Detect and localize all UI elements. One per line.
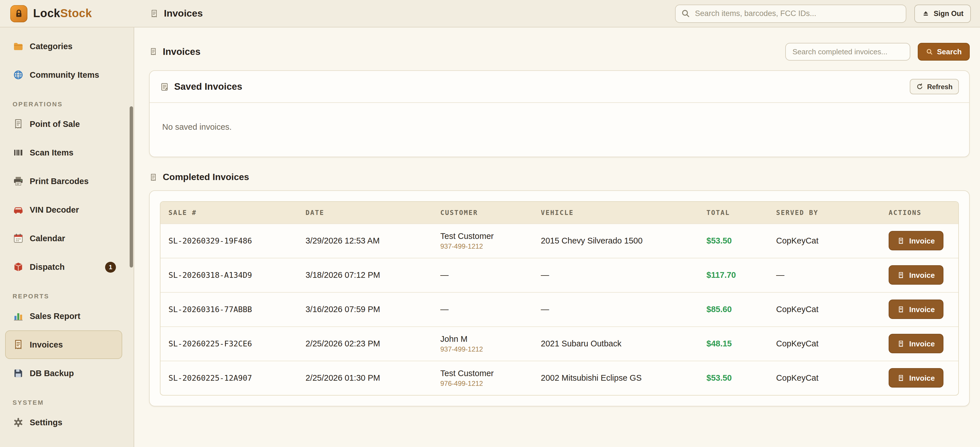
sidebar-item-db-backup[interactable]: DB Backup — [5, 359, 122, 388]
customer-name: John M — [440, 334, 530, 343]
completed-invoices-search-input[interactable] — [785, 43, 910, 60]
sidebar-item-label: Print Barcodes — [30, 177, 89, 186]
receipt-icon — [897, 340, 905, 347]
brand-name-stock: Stock — [60, 7, 92, 19]
sidebar-item-print-barcodes[interactable]: Print Barcodes — [5, 167, 122, 195]
global-search-input[interactable] — [675, 4, 906, 22]
invoice-button[interactable]: Invoice — [889, 231, 943, 251]
receipt-icon — [897, 374, 905, 382]
sidebar-item-label: Point of Sale — [30, 120, 80, 129]
lock-logo-icon — [10, 5, 27, 22]
receipt-icon — [897, 271, 905, 279]
actions-cell: Invoice — [881, 258, 958, 292]
refresh-button[interactable]: Refresh — [910, 79, 959, 94]
saved-invoices-empty-text: No saved invoices. — [150, 103, 969, 156]
sidebar-item-dispatch[interactable]: Dispatch 1 — [5, 253, 122, 281]
customer-phone: 976-499-1212 — [440, 380, 530, 388]
table-row: SL-20260318-A134D9 3/18/2026 07:12 PM — … — [161, 258, 958, 292]
vehicle: 2015 Chevy Silverado 1500 — [533, 224, 698, 258]
sidebar-item-label: Community Items — [30, 70, 99, 80]
customer-cell: Test Customer 937-499-1212 — [432, 224, 533, 258]
invoice-button[interactable]: Invoice — [889, 369, 943, 388]
sidebar-item-community-items[interactable]: Community Items — [5, 61, 122, 89]
page-title-text: Invoices — [163, 46, 200, 57]
sale-number: SL-20260316-77ABBB — [161, 292, 298, 326]
total: $85.60 — [698, 292, 768, 326]
sidebar-item-point-of-sale[interactable]: Point of Sale — [5, 110, 122, 138]
dispatch-badge: 1 — [105, 262, 116, 272]
column-header-date: DATE — [298, 202, 432, 224]
column-header-vehicle: VEHICLE — [533, 202, 698, 224]
brand-name-lock: Lock — [33, 7, 60, 19]
sign-out-button[interactable]: Sign Out — [914, 4, 971, 22]
sidebar-scrollbar[interactable] — [130, 106, 133, 268]
invoice-button[interactable]: Invoice — [889, 334, 943, 353]
sale-date: 2/25/2026 01:30 PM — [298, 361, 432, 395]
sidebar-section-system: SYSTEM — [13, 399, 134, 407]
column-header-sale: SALE # — [161, 202, 298, 224]
completed-invoices-table: SALE # DATE CUSTOMER VEHICLE TOTAL SERVE… — [160, 201, 959, 396]
sidebar-item-users[interactable]: Users — [5, 437, 122, 447]
actions-cell: Invoice — [881, 326, 958, 361]
sidebar-item-label: DB Backup — [30, 369, 74, 378]
served-by: CopKeyCat — [768, 292, 881, 326]
global-search — [675, 4, 906, 22]
customer-cell: Test Customer 976-499-1212 — [432, 361, 533, 395]
sidebar-item-scan-items[interactable]: Scan Items — [5, 138, 122, 167]
database-icon — [13, 367, 24, 379]
sale-date: 3/29/2026 12:53 AM — [298, 224, 432, 258]
page-header-actions: Search — [785, 43, 970, 60]
search-icon — [926, 48, 933, 55]
customer-cell: — — [432, 258, 533, 292]
page-title: Invoices — [149, 46, 200, 57]
column-header-actions: ACTIONS — [881, 202, 958, 224]
sign-out-label: Sign Out — [934, 10, 963, 18]
saved-invoices-title-text: Saved Invoices — [174, 81, 242, 92]
total: $53.50 — [698, 224, 768, 258]
sidebar: Categories Community Items OPERATIONS Po… — [0, 27, 134, 447]
served-by: — — [768, 258, 881, 292]
sidebar-item-label: Categories — [30, 42, 73, 51]
globe-icon — [13, 69, 24, 81]
sidebar-item-categories[interactable]: Categories — [5, 32, 122, 61]
app: LockStock Invoices Sign Out Categories C — [0, 0, 980, 447]
receipt-icon — [13, 118, 24, 130]
total: $117.70 — [698, 258, 768, 292]
sidebar-section-operations: OPERATIONS — [13, 101, 134, 109]
invoice-button-label: Invoice — [909, 236, 935, 245]
search-button-label: Search — [937, 47, 962, 56]
topbar-title-text: Invoices — [164, 8, 203, 19]
sale-date: 3/16/2026 07:59 PM — [298, 292, 432, 326]
sidebar-item-vin-decoder[interactable]: VIN Decoder — [5, 195, 122, 224]
invoice-button-label: Invoice — [909, 305, 935, 313]
invoice-button[interactable]: Invoice — [889, 265, 943, 285]
calendar-icon — [13, 233, 24, 244]
sidebar-item-invoices[interactable]: Invoices — [5, 330, 122, 359]
table-row: SL-20260316-77ABBB 3/16/2026 07:59 PM — … — [161, 292, 958, 326]
column-header-total: TOTAL — [698, 202, 768, 224]
served-by: CopKeyCat — [768, 361, 881, 395]
eject-icon — [922, 10, 930, 18]
memo-icon — [160, 82, 169, 91]
sidebar-item-label: Settings — [30, 418, 62, 427]
table-header-row: SALE # DATE CUSTOMER VEHICLE TOTAL SERVE… — [161, 202, 958, 224]
sidebar-item-label: Invoices — [30, 340, 63, 349]
sidebar-item-calendar[interactable]: Calendar — [5, 224, 122, 253]
topbar-page-title: Invoices — [150, 8, 203, 19]
sidebar-item-settings[interactable]: Settings — [5, 408, 122, 437]
page-header: Invoices Search — [149, 42, 970, 61]
receipt-icon — [897, 305, 905, 313]
invoice-button-label: Invoice — [909, 339, 935, 348]
sale-date: 3/18/2026 07:12 PM — [298, 258, 432, 292]
invoice-button[interactable]: Invoice — [889, 300, 943, 319]
brand: LockStock — [0, 5, 134, 22]
table-row: SL-20260225-F32CE6 2/25/2026 02:23 PM Jo… — [161, 326, 958, 361]
search-button[interactable]: Search — [918, 43, 970, 60]
sale-number: SL-20260318-A134D9 — [161, 258, 298, 292]
sidebar-item-sales-report[interactable]: Sales Report — [5, 302, 122, 330]
sidebar-item-label: Sales Report — [30, 311, 80, 321]
total: $48.15 — [698, 326, 768, 361]
saved-invoices-title: Saved Invoices — [160, 81, 242, 92]
sidebar-item-label: Calendar — [30, 234, 65, 243]
vehicle: 2021 Subaru Outback — [533, 326, 698, 361]
